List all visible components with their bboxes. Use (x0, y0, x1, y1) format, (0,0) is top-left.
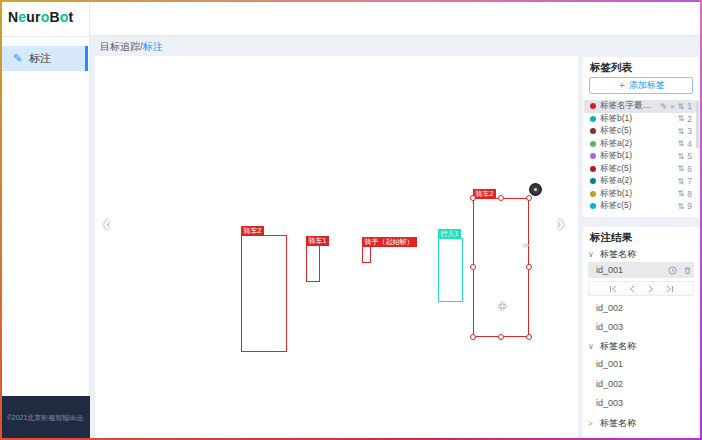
result-group-collapsed[interactable]: > 标签名称 (588, 416, 694, 430)
resize-handle[interactable] (526, 264, 532, 270)
frame-pager (588, 281, 694, 296)
label-row[interactable]: 标签b(1) ⇅ 2 (584, 113, 696, 126)
delete-icon[interactable]: × (670, 102, 675, 111)
sort-icon[interactable]: ⇅ (678, 152, 685, 161)
add-label-button[interactable]: ＋ 添加标签 (589, 77, 693, 94)
label-color-dot (590, 203, 596, 209)
sidebar: NeuroBot ✎ 标注 ©2021北京矩视智能出品 (0, 0, 90, 440)
results-title: 标注结果 (590, 231, 632, 245)
result-item-id: id_003 (596, 322, 694, 332)
breadcrumb-parent[interactable]: 目标追踪 (100, 41, 140, 52)
resize-handle[interactable] (526, 334, 532, 340)
sidebar-item-annotation[interactable]: ✎ 标注 (0, 46, 87, 71)
result-item[interactable]: id_003 (596, 320, 694, 334)
sort-icon[interactable]: ⇅ (678, 127, 685, 136)
expand-icon[interactable]: ∨ (588, 342, 600, 351)
logo-part: t (69, 9, 74, 25)
result-item[interactable]: id_001 (596, 357, 694, 371)
move-cursor-icon: + (498, 297, 507, 314)
annotation-box-cyclist1[interactable]: 骑车1 (306, 245, 320, 282)
resize-handle[interactable] (498, 195, 504, 201)
horizontal-resize-icon: ↔ (521, 237, 532, 249)
annotation-box-pedestrian1[interactable]: 行人1 (438, 238, 463, 302)
label-order: 6 (687, 164, 692, 174)
sort-icon[interactable]: ⇅ (678, 114, 685, 123)
logo-part: B (49, 9, 59, 25)
label-order: 4 (687, 139, 692, 149)
resize-handle[interactable] (470, 195, 476, 201)
label-row[interactable]: 标签a(2) ⇅ 7 (584, 175, 696, 188)
sort-icon[interactable]: ⇅ (678, 139, 685, 148)
resize-handle[interactable] (470, 264, 476, 270)
annotation-box-rider-startframe[interactable]: 骑手（起始帧） (362, 246, 371, 263)
label-row[interactable]: 标签a(2) ⇅ 4 (584, 138, 696, 151)
result-item[interactable]: id_002 (596, 377, 694, 391)
sort-icon[interactable]: ⇅ (678, 164, 685, 173)
result-item[interactable]: id_003 (596, 396, 694, 410)
breadcrumb: 目标追踪/标注 (100, 40, 163, 54)
expand-icon[interactable]: ∨ (588, 250, 600, 259)
sidebar-footer: ©2021北京矩视智能出品 (0, 396, 90, 440)
prev-page-icon[interactable] (628, 285, 636, 293)
label-row[interactable]: 标签c(5) ⇅ 9 (584, 200, 696, 213)
edit-icon[interactable]: ✎ (660, 102, 667, 111)
label-row[interactable]: 标签c(5) ⇅ 3 (584, 125, 696, 138)
prev-frame-chevron[interactable]: ‹ (103, 211, 110, 237)
resize-handle[interactable] (498, 334, 504, 340)
label-row[interactable]: 标签c(5) ⇅ 6 (584, 163, 696, 176)
result-group-name: 标签名称 (600, 340, 636, 353)
result-group[interactable]: ∨ 标签名称 (588, 339, 694, 353)
trash-icon[interactable] (683, 266, 692, 275)
sort-icon[interactable]: ⇅ (678, 189, 685, 198)
sort-icon[interactable]: ⇅ (678, 177, 685, 186)
label-name: 标签a(2) (600, 138, 675, 150)
result-item-id: id_001 (596, 359, 694, 369)
label-name: 标签c(5) (600, 200, 675, 212)
label-list-title: 标签列表 (590, 61, 632, 75)
first-frame-icon[interactable] (609, 285, 617, 293)
locate-icon[interactable] (668, 266, 677, 275)
resize-handle[interactable] (526, 195, 532, 201)
annotation-box-cyclist2[interactable]: 骑车2 (241, 235, 287, 352)
sort-icon[interactable]: ⇅ (678, 102, 685, 111)
collapse-icon[interactable]: > (588, 419, 600, 428)
active-indicator (85, 46, 88, 71)
label-order: 9 (687, 201, 692, 211)
label-color-dot (590, 191, 596, 197)
result-item-id: id_002 (596, 379, 694, 389)
annotation-box-label: 骑车1 (306, 236, 330, 246)
sort-icon[interactable]: ⇅ (678, 202, 685, 211)
next-frame-chevron[interactable]: › (557, 211, 564, 237)
label-order: 8 (687, 189, 692, 199)
label-color-dot (590, 128, 596, 134)
result-item-id: id_001 (596, 265, 668, 275)
label-order: 5 (687, 151, 692, 161)
annotation-box-selected[interactable]: 骑车2 (473, 198, 529, 337)
result-item-selected[interactable]: id_001 (588, 262, 694, 278)
box-anchor-icon[interactable] (529, 183, 542, 196)
label-row[interactable]: 标签名字最长数... ✎ × ⇅ 1 (584, 100, 696, 113)
result-item[interactable]: id_002 (596, 301, 694, 315)
last-frame-icon[interactable] (666, 285, 674, 293)
next-page-icon[interactable] (647, 285, 655, 293)
result-group-name: 标签名称 (600, 417, 636, 430)
result-group-name: 标签名称 (600, 248, 636, 261)
result-item-id: id_002 (596, 303, 694, 313)
app-logo: NeuroBot (8, 9, 73, 25)
pencil-icon: ✎ (13, 52, 22, 65)
label-name: 标签a(2) (600, 175, 675, 187)
copyright-text: ©2021北京矩视智能出品 (7, 413, 84, 423)
label-row[interactable]: 标签b(1) ⇅ 5 (584, 150, 696, 163)
logo-part: o (60, 9, 69, 25)
scrollbar[interactable] (696, 100, 699, 148)
label-row[interactable]: 标签b(1) ⇅ 8 (584, 188, 696, 201)
result-group[interactable]: ∨ 标签名称 (588, 247, 694, 261)
resize-handle[interactable] (470, 334, 476, 340)
label-color-dot (590, 153, 596, 159)
label-name: 标签b(1) (600, 188, 675, 200)
label-color-dot (590, 103, 596, 109)
logo-part: ur (26, 9, 40, 25)
label-color-dot (590, 141, 596, 147)
logo-part: N (8, 9, 18, 25)
label-order: 1 (687, 101, 692, 111)
